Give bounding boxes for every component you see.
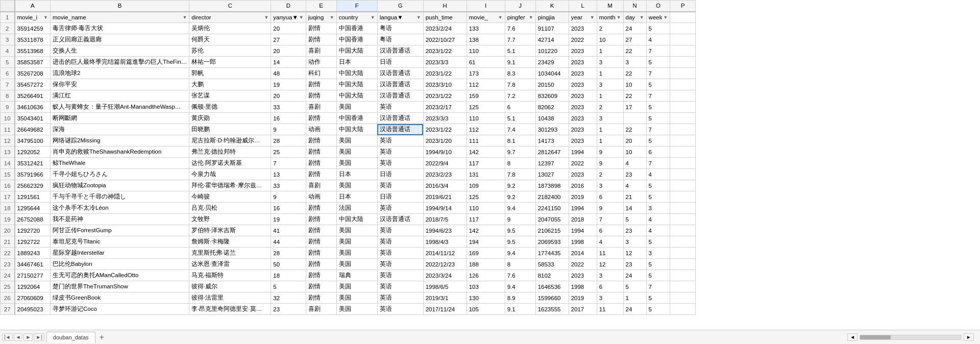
cell-14-E[interactable]: 剧情 [306, 158, 336, 169]
cell-27-F[interactable]: 美国 [336, 304, 377, 315]
cell-2-O[interactable]: 5 [646, 23, 670, 34]
cell-5-N[interactable]: 3 [623, 57, 646, 68]
cell-3-B[interactable]: 正义回廊正義迴廊 [51, 34, 189, 45]
cell-1-H[interactable]: push_time [423, 12, 467, 23]
cell-18-E[interactable]: 剧情 [306, 203, 336, 214]
cell-6-C[interactable]: 郭帆 [189, 68, 271, 79]
cell-23-B[interactable]: 巴比伦Babylon [51, 259, 189, 270]
cell-16-M[interactable]: 3 [597, 180, 623, 191]
cell-17-N[interactable]: 21 [623, 191, 646, 203]
cell-4-M[interactable]: 1 [597, 45, 623, 57]
cell-9-E[interactable]: 喜剧 [306, 102, 336, 113]
cell-19-O[interactable]: 4 [646, 214, 670, 225]
cell-2-N[interactable]: 24 [623, 23, 646, 34]
cell-13-J[interactable]: 9.7 [505, 146, 535, 158]
cell-4-C[interactable]: 苏伦 [189, 45, 271, 57]
cell-2-M[interactable]: 2 [597, 23, 623, 34]
cell-23-A[interactable]: 34467461 [15, 259, 51, 270]
cell-17-A[interactable]: 1291561 [15, 191, 51, 203]
cell-19-E[interactable]: 剧情 [306, 214, 336, 225]
cell-23-I[interactable]: 188 [467, 259, 505, 270]
cell-19-M[interactable]: 7 [597, 214, 623, 225]
col-header-D[interactable]: D [271, 1, 306, 12]
cell-25-L[interactable]: 1998 [569, 281, 597, 292]
cell-15-P[interactable] [670, 169, 696, 180]
cell-18-K[interactable]: 2241150 [535, 203, 569, 214]
cell-7-O[interactable]: 5 [646, 79, 670, 90]
cell-23-N[interactable]: 23 [623, 259, 646, 270]
filter-icon-A[interactable]: ▼ [43, 15, 48, 20]
cell-25-G[interactable]: 英语 [377, 281, 423, 292]
cell-14-C[interactable]: 达伦·阿罗诺夫斯基 [189, 158, 271, 169]
cell-17-I[interactable]: 125 [467, 191, 505, 203]
cell-16-G[interactable]: 英语 [377, 180, 423, 191]
cell-22-N[interactable]: 12 [623, 248, 646, 259]
cell-21-E[interactable]: 剧情 [306, 236, 336, 248]
cell-12-E[interactable]: 剧情 [306, 135, 336, 146]
cell-16-A[interactable]: 25662329 [15, 180, 51, 191]
cell-14-L[interactable]: 2022 [569, 158, 597, 169]
cell-26-P[interactable] [670, 292, 696, 304]
cell-22-C[interactable]: 克里斯托弗·诺兰 [189, 248, 271, 259]
cell-26-O[interactable]: 5 [646, 292, 670, 304]
cell-16-L[interactable]: 2016 [569, 180, 597, 191]
cell-3-N[interactable]: 27 [623, 34, 646, 45]
col-header-A[interactable]: A [15, 1, 51, 12]
cell-16-P[interactable] [670, 180, 696, 191]
cell-15-N[interactable]: 23 [623, 169, 646, 180]
cell-4-F[interactable]: 中国大陆 [336, 45, 377, 57]
col-header-I[interactable]: I [467, 1, 505, 12]
cell-5-O[interactable]: 5 [646, 57, 670, 68]
scroll-left-btn[interactable]: ◄ [847, 333, 857, 341]
nav-first-sheet-btn[interactable]: |◄ [2, 333, 13, 341]
cell-4-B[interactable]: 交换人生 [51, 45, 189, 57]
cell-14-N[interactable]: 4 [623, 158, 646, 169]
cell-17-J[interactable]: 9.2 [505, 191, 535, 203]
col-header-K[interactable]: K [535, 1, 569, 12]
cell-11-K[interactable]: 301293 [535, 124, 569, 135]
cell-24-O[interactable]: 5 [646, 270, 670, 281]
cell-22-K[interactable]: 1774435 [535, 248, 569, 259]
cell-5-F[interactable]: 日本 [336, 57, 377, 68]
cell-20-C[interactable]: 罗伯特·泽米吉斯 [189, 225, 271, 236]
cell-7-A[interactable]: 35457272 [15, 79, 51, 90]
cell-2-L[interactable]: 2023 [569, 23, 597, 34]
cell-8-H[interactable]: 2023/1/22 [423, 90, 467, 102]
filter-icon-O[interactable]: ▼ [663, 15, 668, 20]
cell-18-B[interactable]: 这个杀手不太冷Léon [51, 203, 189, 214]
cell-3-L[interactable]: 2022 [569, 34, 597, 45]
cell-22-H[interactable]: 2014/11/12 [423, 248, 467, 259]
cell-17-P[interactable] [670, 191, 696, 203]
cell-14-J[interactable]: 8 [505, 158, 535, 169]
cell-27-C[interactable]: 李·昂克里奇阿德里安·莫… [189, 304, 271, 315]
cell-27-D[interactable]: 23 [271, 304, 306, 315]
cell-18-D[interactable]: 16 [271, 203, 306, 214]
cell-24-E[interactable]: 剧情 [306, 270, 336, 281]
cell-19-B[interactable]: 我不是药神 [51, 214, 189, 225]
cell-8-L[interactable]: 2023 [569, 90, 597, 102]
cell-7-I[interactable]: 112 [467, 79, 505, 90]
cell-8-M[interactable]: 1 [597, 90, 623, 102]
cell-8-K[interactable]: 832609 [535, 90, 569, 102]
cell-21-I[interactable]: 194 [467, 236, 505, 248]
cell-16-E[interactable]: 喜剧 [306, 180, 336, 191]
cell-26-K[interactable]: 1599660 [535, 292, 569, 304]
cell-21-P[interactable] [670, 236, 696, 248]
cell-21-O[interactable]: 5 [646, 236, 670, 248]
cell-14-O[interactable]: 7 [646, 158, 670, 169]
cell-16-I[interactable]: 109 [467, 180, 505, 191]
cell-20-A[interactable]: 1292720 [15, 225, 51, 236]
cell-3-F[interactable]: 中国香港 [336, 34, 377, 45]
filter-icon-D[interactable]: ▼ [299, 15, 304, 20]
filter-icon-G[interactable]: ▼ [416, 15, 421, 20]
cell-22-J[interactable]: 9.4 [505, 248, 535, 259]
cell-19-D[interactable]: 19 [271, 214, 306, 225]
cell-7-J[interactable]: 7.8 [505, 79, 535, 90]
cell-1-J[interactable]: pingfer▼ [505, 12, 535, 23]
nav-next-sheet-btn[interactable]: ► [23, 333, 33, 341]
cell-25-E[interactable]: 剧情 [306, 281, 336, 292]
cell-6-D[interactable]: 48 [271, 68, 306, 79]
col-header-B[interactable]: B [51, 1, 189, 12]
col-header-J[interactable]: J [505, 1, 535, 12]
cell-3-M[interactable]: 10 [597, 34, 623, 45]
